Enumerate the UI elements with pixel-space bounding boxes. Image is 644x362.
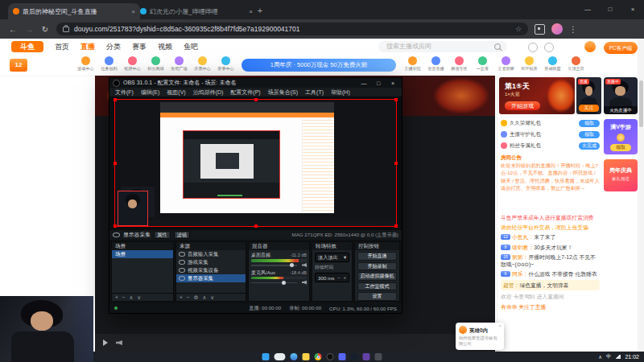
douyu-logo[interactable]: 斗鱼 <box>11 41 43 52</box>
start-streaming-button[interactable]: 开始直播 <box>357 252 397 261</box>
search-icon[interactable] <box>494 43 501 50</box>
obs-close-button[interactable]: × <box>387 80 398 86</box>
menu-edit[interactable]: 编辑(E) <box>141 88 159 97</box>
obs-maximize-button[interactable]: □ <box>373 80 384 86</box>
search-bar-icon[interactable] <box>275 353 286 360</box>
nav-item-home[interactable]: 首页 <box>55 42 69 52</box>
menu-docks[interactable]: 泊坞部件(D) <box>193 88 224 97</box>
url-text[interactable]: douyu.com/251783?dyshid=c8d5ac-360935c2f… <box>74 25 510 33</box>
browser-profile-avatar[interactable] <box>551 23 563 35</box>
source-selection-frame[interactable] <box>114 99 397 227</box>
edge-icon[interactable] <box>291 353 298 360</box>
quick-link[interactable]: 云顶之弈 <box>564 56 588 72</box>
settings-button[interactable]: 设置 <box>357 292 397 301</box>
new-tab-button[interactable]: + <box>254 5 266 16</box>
resize-handle[interactable] <box>394 98 398 101</box>
bookmark-star-icon[interactable]: ☆ <box>515 25 522 33</box>
menu-view[interactable]: 视图(V) <box>167 88 185 97</box>
increment-icon[interactable]: + <box>343 275 346 280</box>
chat-username[interactable]: 小鱼丸 <box>512 234 534 240</box>
menu-tools[interactable]: 工具(T) <box>305 88 324 97</box>
game-promo-card[interactable]: 满V手游 领取 <box>604 119 638 154</box>
quick-link[interactable]: 任务福利 <box>97 56 121 72</box>
slider-knob[interactable] <box>290 263 294 267</box>
eye-icon[interactable] <box>179 252 185 257</box>
quick-link[interactable]: 英雄联盟 <box>541 56 564 72</box>
move-up-icon[interactable]: ∧ <box>202 294 206 301</box>
duration-stepper[interactable]: 300 ms−+ <box>315 273 349 282</box>
browser-menu-icon[interactable]: ⋮ <box>569 25 577 34</box>
discord-icon[interactable] <box>339 353 346 360</box>
source-item-selected[interactable]: 显示器采集 <box>176 274 246 282</box>
extensions-icon[interactable] <box>535 24 545 35</box>
start-game-button[interactable]: 开始游戏 <box>505 101 540 110</box>
quick-link[interactable]: 鱼吧广场 <box>167 56 191 72</box>
slider-knob[interactable] <box>282 281 286 285</box>
pc-client-button[interactable]: PC客户端 <box>604 42 638 54</box>
obs-titlebar[interactable]: OBS 31.0.1 - 配置文件: 未命名 - 场景: 未命名 — □ × <box>109 78 402 88</box>
quick-link[interactable]: 主播学院 <box>401 56 424 72</box>
obs-preview-canvas[interactable] <box>109 97 402 229</box>
nav-item-video[interactable]: 视频 <box>158 42 172 52</box>
level-badge[interactable]: 12 <box>10 59 27 72</box>
display-selector[interactable]: MAG 271QPX ED: 2560x1440 @ 0,0 (主显示器) <box>193 232 398 239</box>
source-item[interactable]: 视频采集设备 <box>176 266 246 274</box>
quick-link[interactable]: 语音直播 <box>424 56 448 72</box>
filters-button[interactable]: 滤镜 <box>174 231 191 239</box>
live-recommend-card[interactable]: 直播中 火热直播中 <box>604 77 638 114</box>
source-item[interactable]: 音频输入采集 <box>176 250 246 258</box>
obs-minimize-button[interactable]: — <box>358 80 369 86</box>
scrollbar-thumb[interactable] <box>639 80 643 127</box>
quick-link[interactable]: 铭牌中心 <box>121 56 144 72</box>
nav-item-yuba[interactable]: 鱼吧 <box>184 42 198 52</box>
move-down-icon[interactable]: ∨ <box>137 294 141 301</box>
window-minimize-button[interactable]: — <box>576 0 599 19</box>
chat-username[interactable]: 锻剑君 <box>512 245 534 250</box>
quick-link[interactable]: 和平精英 <box>518 56 541 72</box>
quick-link[interactable]: 积分商城 <box>144 56 167 72</box>
forward-icon[interactable]: → <box>24 25 34 34</box>
window-close-button[interactable]: × <box>621 0 644 19</box>
menu-help[interactable]: 帮助(H) <box>331 88 350 97</box>
history-icon[interactable] <box>544 43 554 52</box>
eye-icon[interactable] <box>113 232 120 237</box>
page-scrollbar[interactable] <box>638 39 644 352</box>
resize-handle[interactable] <box>114 162 117 165</box>
nav-item-category[interactable]: 分类 <box>106 42 121 52</box>
obs-icon[interactable] <box>327 353 334 360</box>
add-icon[interactable]: + <box>115 294 118 300</box>
studio-mode-button[interactable]: 工作室模式 <box>357 282 397 291</box>
properties-button[interactable]: 属性 <box>154 231 171 239</box>
quick-link[interactable]: 开黑中心 <box>191 56 214 72</box>
volume-icon[interactable] <box>116 340 122 345</box>
speaker-icon[interactable] <box>302 263 307 267</box>
scene-item-selected[interactable]: 场景 <box>112 250 173 258</box>
chat-username[interactable]: 阿乐 <box>512 271 528 277</box>
streamer-cam-card[interactable]: 直播 关注 <box>576 77 601 114</box>
tray-expand-icon[interactable]: ∧ <box>598 354 602 360</box>
menu-profile[interactable]: 配置文件(P) <box>230 88 260 97</box>
mic-icon[interactable] <box>302 281 307 285</box>
start-recording-button[interactable]: 开始录制 <box>357 262 397 271</box>
source-item[interactable]: 游戏采集 <box>176 258 246 266</box>
move-up-icon[interactable]: ∧ <box>130 294 134 301</box>
eye-icon[interactable] <box>179 276 185 281</box>
remove-icon[interactable]: − <box>122 294 126 300</box>
play-icon[interactable] <box>103 339 108 346</box>
quick-link[interactable]: 赛事中心 <box>214 56 237 72</box>
virtual-camera-button[interactable]: 启动虚拟摄像机 <box>357 272 397 281</box>
clock[interactable]: 21:02 <box>625 354 639 360</box>
quick-link[interactable]: 游戏中心 <box>74 56 97 72</box>
chrome-icon[interactable] <box>315 353 322 360</box>
resize-handle[interactable] <box>254 224 258 228</box>
resize-handle[interactable] <box>114 224 117 228</box>
eye-icon[interactable] <box>179 268 185 273</box>
volume-slider[interactable] <box>251 280 307 285</box>
volume-slider[interactable] <box>251 263 307 268</box>
claim-button[interactable]: 领取 <box>579 120 600 127</box>
app-icon[interactable] <box>363 353 370 360</box>
move-down-icon[interactable]: ∨ <box>210 294 214 301</box>
browser-tab-active[interactable]: 最后的神秘空间_斗鱼直播 × <box>8 3 140 19</box>
resize-handle[interactable] <box>394 162 398 165</box>
remove-icon[interactable]: − <box>187 294 190 300</box>
